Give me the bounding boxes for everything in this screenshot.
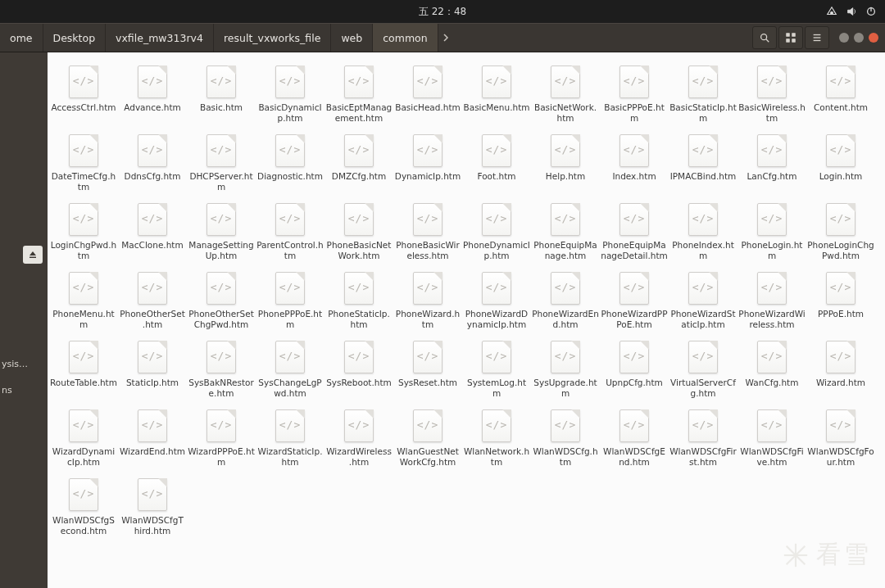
file-item[interactable]: </>ManageSettingUp.htm bbox=[187, 198, 256, 264]
file-item[interactable]: </>DdnsCfg.htm bbox=[118, 129, 187, 195]
file-item[interactable]: </>PhoneWizardEnd.htm bbox=[531, 267, 600, 332]
file-item[interactable]: </>BasicStaticIp.htm bbox=[669, 61, 738, 126]
file-item[interactable]: </>DHCPServer.htm bbox=[187, 129, 256, 195]
html-file-icon: </> bbox=[269, 408, 311, 444]
breadcrumb-item[interactable]: common bbox=[373, 24, 438, 52]
file-item[interactable]: </>BasicDynamicIp.htm bbox=[256, 61, 324, 126]
file-item[interactable]: </>ParentControl.htm bbox=[256, 198, 324, 264]
file-item[interactable]: </>PhoneWizardDynamicIp.htm bbox=[462, 267, 531, 332]
file-item[interactable]: </>DynamicIp.htm bbox=[393, 129, 462, 195]
file-item[interactable]: </>LoginChgPwd.htm bbox=[49, 198, 118, 264]
file-item[interactable]: </>PhoneWizard.htm bbox=[393, 267, 462, 332]
file-item[interactable]: </>AccessCtrl.htm bbox=[49, 61, 118, 126]
file-item[interactable]: </>SysChangeLgPwd.htm bbox=[256, 336, 324, 401]
file-item[interactable]: </>MacClone.htm bbox=[118, 198, 187, 264]
file-item[interactable]: </>Login.htm bbox=[806, 129, 875, 195]
file-item[interactable]: </>Foot.htm bbox=[462, 129, 531, 195]
file-item[interactable]: </>SysReboot.htm bbox=[324, 336, 393, 401]
close-button[interactable] bbox=[869, 33, 878, 43]
file-item[interactable]: </>StaticIp.htm bbox=[118, 336, 187, 401]
file-item[interactable]: </>BasicNetWork.htm bbox=[531, 61, 600, 126]
file-item[interactable]: </>SysBakNRestore.htm bbox=[187, 336, 256, 401]
file-item[interactable]: </>PhonePPPoE.htm bbox=[256, 267, 324, 332]
sidebar-item-label[interactable]: ysis… bbox=[2, 359, 46, 369]
file-item[interactable]: </>PhoneEquipManage.htm bbox=[531, 198, 600, 264]
files-pane[interactable]: </>AccessCtrl.htm</>Advance.htm</>Basic.… bbox=[48, 52, 885, 588]
svg-line-4 bbox=[766, 39, 769, 43]
eject-button[interactable] bbox=[23, 246, 43, 264]
file-item[interactable]: </>WlanWDSCfgFour.htm bbox=[806, 405, 875, 470]
file-item[interactable]: </>PhoneOtherSetChgPwd.htm bbox=[187, 267, 256, 332]
file-item[interactable]: </>PhoneEquipManageDetail.htm bbox=[600, 198, 669, 264]
file-item[interactable]: </>SysUpgrade.htm bbox=[531, 336, 600, 401]
file-item[interactable]: </>Index.htm bbox=[600, 129, 669, 195]
file-item[interactable]: </>WlanGuestNetWorkCfg.htm bbox=[393, 405, 462, 470]
file-item[interactable]: </>LanCfg.htm bbox=[738, 129, 806, 195]
file-item[interactable]: </>Basic.htm bbox=[187, 61, 256, 126]
file-item[interactable]: </>RouteTable.htm bbox=[49, 336, 118, 401]
breadcrumb-item[interactable]: web bbox=[331, 24, 373, 52]
file-item[interactable]: </>WlanWDSCfg.htm bbox=[531, 405, 600, 470]
network-icon[interactable] bbox=[826, 6, 837, 17]
hamburger-menu-button[interactable] bbox=[805, 26, 829, 49]
sidebar-item-label[interactable]: ns bbox=[2, 385, 46, 396]
file-item[interactable]: </>WlanWDSCfgFive.htm bbox=[738, 405, 806, 470]
file-item[interactable]: </>WanCfg.htm bbox=[738, 336, 806, 401]
breadcrumb-item[interactable]: ome bbox=[0, 24, 43, 52]
file-item[interactable]: </>Wizard.htm bbox=[806, 336, 875, 401]
file-item[interactable]: </>Advance.htm bbox=[118, 61, 187, 126]
file-item[interactable]: </>DMZCfg.htm bbox=[324, 129, 393, 195]
file-item[interactable]: </>WlanNetwork.htm bbox=[462, 405, 531, 470]
file-item[interactable]: </>SystemLog.htm bbox=[462, 336, 531, 401]
file-item[interactable]: </>Help.htm bbox=[531, 129, 600, 195]
file-item[interactable]: </>BasicPPPoE.htm bbox=[600, 61, 669, 126]
file-item[interactable]: </>VirtualServerCfg.htm bbox=[669, 336, 738, 401]
breadcrumb-item[interactable]: vxfile_mw313rv4 bbox=[106, 24, 214, 52]
file-item[interactable]: </>PhoneOtherSet.htm bbox=[118, 267, 187, 332]
html-file-icon: </> bbox=[751, 408, 793, 444]
file-item[interactable]: </>PhoneLoginChgPwd.htm bbox=[806, 198, 875, 264]
file-label: WizardPPPoE.htm bbox=[188, 446, 255, 467]
file-item[interactable]: </>BasicMenu.htm bbox=[462, 61, 531, 126]
file-item[interactable]: </>WlanWDSCfgSecond.htm bbox=[49, 473, 118, 539]
file-item[interactable]: </>WlanWDSCfgFirst.htm bbox=[669, 405, 738, 470]
file-item[interactable]: </>IPMACBind.htm bbox=[669, 129, 738, 195]
file-item[interactable]: </>WizardDynamicIp.htm bbox=[49, 405, 118, 470]
window-controls bbox=[839, 33, 878, 43]
file-item[interactable]: </>Diagnostic.htm bbox=[256, 129, 324, 195]
breadcrumb-item[interactable]: Desktop bbox=[43, 24, 107, 52]
breadcrumb-label: ome bbox=[10, 32, 33, 44]
breadcrumb-item[interactable]: result_vxworks_file bbox=[214, 24, 331, 52]
file-label: PhoneOtherSet.htm bbox=[119, 309, 186, 329]
file-item[interactable]: </>PhoneMenu.htm bbox=[49, 267, 118, 332]
file-item[interactable]: </>WlanWDSCfgEnd.htm bbox=[600, 405, 669, 470]
file-item[interactable]: </>WizardWireless.htm bbox=[324, 405, 393, 470]
file-item[interactable]: </>Content.htm bbox=[806, 61, 875, 126]
search-button[interactable] bbox=[752, 26, 777, 49]
file-item[interactable]: </>PhoneDynamicIp.htm bbox=[462, 198, 531, 264]
file-item[interactable]: </>PhoneBasicWireless.htm bbox=[393, 198, 462, 264]
file-item[interactable]: </>PhoneWizardStaticIp.htm bbox=[669, 267, 738, 332]
file-item[interactable]: </>PhoneStaticIp.htm bbox=[324, 267, 393, 332]
minimize-button[interactable] bbox=[839, 33, 849, 43]
volume-icon[interactable] bbox=[846, 6, 857, 17]
file-item[interactable]: </>BasicEptManagement.htm bbox=[324, 61, 393, 126]
file-item[interactable]: </>WizardEnd.htm bbox=[118, 405, 187, 470]
file-item[interactable]: </>BasicHead.htm bbox=[393, 61, 462, 126]
file-item[interactable]: </>PhoneIndex.htm bbox=[669, 198, 738, 264]
file-item[interactable]: </>PhoneWizardPPPoE.htm bbox=[600, 267, 669, 332]
file-item[interactable]: </>DateTimeCfg.htm bbox=[49, 129, 118, 195]
maximize-button[interactable] bbox=[854, 33, 864, 43]
file-item[interactable]: </>PPPoE.htm bbox=[806, 267, 875, 332]
file-item[interactable]: </>WizardStaticIp.htm bbox=[256, 405, 324, 470]
file-item[interactable]: </>BasicWireless.htm bbox=[738, 61, 806, 126]
view-toggle-button[interactable] bbox=[778, 26, 803, 49]
power-icon[interactable] bbox=[865, 6, 877, 17]
file-item[interactable]: </>PhoneBasicNetWork.htm bbox=[324, 198, 393, 264]
file-item[interactable]: </>PhoneLogin.htm bbox=[738, 198, 806, 264]
file-item[interactable]: </>SysReset.htm bbox=[393, 336, 462, 401]
file-item[interactable]: </>WizardPPPoE.htm bbox=[187, 405, 256, 470]
file-item[interactable]: </>WlanWDSCfgThird.htm bbox=[118, 473, 187, 539]
file-item[interactable]: </>UpnpCfg.htm bbox=[600, 336, 669, 401]
file-item[interactable]: </>PhoneWizardWireless.htm bbox=[738, 267, 806, 332]
